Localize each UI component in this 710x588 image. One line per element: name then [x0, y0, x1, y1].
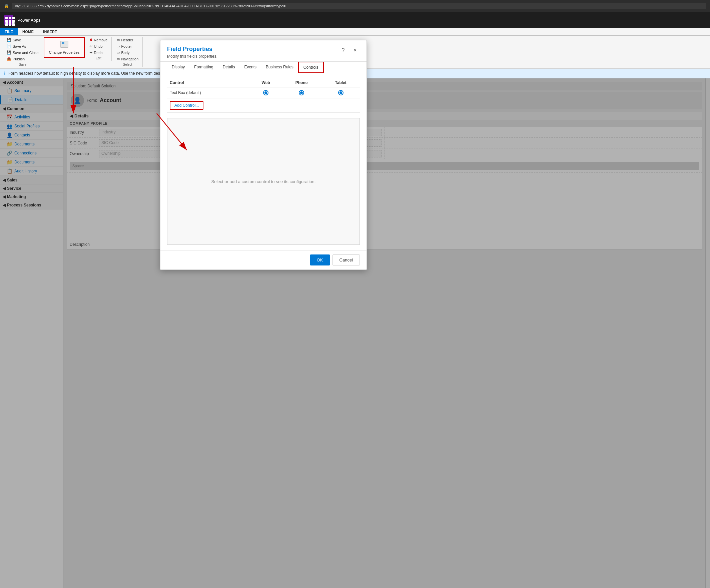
publish-icon: 📤: [7, 57, 11, 61]
modal-tab-details[interactable]: Details: [218, 62, 240, 73]
ribbon-save-group: 💾 Save 📄 Save As 💾 Save and Close 📤 Publ…: [3, 37, 43, 67]
tab-file[interactable]: FILE: [0, 28, 18, 36]
header-icon: ▭: [116, 38, 120, 42]
browser-url[interactable]: org53070833.crm5.dynamics.com/main.aspx?…: [12, 3, 706, 9]
col-phone: Phone: [282, 78, 322, 87]
remove-icon: ✖: [89, 38, 92, 42]
lock-icon: 🔒: [4, 4, 9, 8]
controls-table: Control Web Phone Tablet Text Box (defau…: [167, 78, 360, 113]
change-properties-label: Change Properties: [49, 50, 80, 54]
modal-footer: OK Cancel: [160, 250, 366, 269]
footer-icon: ▭: [116, 44, 120, 48]
modal-body: Control Web Phone Tablet Text Box (defau…: [160, 73, 366, 250]
save-as-icon: 📄: [7, 44, 11, 48]
body-icon: ▭: [116, 50, 120, 55]
svg-rect-0: [61, 41, 68, 48]
modal-tab-business-rules[interactable]: Business Rules: [261, 62, 298, 73]
empty-state-message: Select or add a custom control to see it…: [211, 179, 316, 184]
web-radio[interactable]: [263, 90, 268, 95]
control-name-cell: Text Box (default): [167, 87, 250, 98]
modal-tab-display[interactable]: Display: [167, 62, 189, 73]
add-control-cell: Add Control...: [167, 98, 360, 113]
publish-button[interactable]: 📤 Publish: [5, 56, 41, 62]
modal-header: Field Properties Modify this field's pro…: [160, 40, 366, 62]
add-control-label: Add Control...: [174, 103, 199, 108]
cancel-button[interactable]: Cancel: [332, 255, 360, 265]
save-button[interactable]: 💾 Save: [5, 37, 41, 43]
tablet-radio-cell[interactable]: [322, 87, 360, 98]
edit-group-label: Edit: [87, 56, 110, 61]
tab-insert[interactable]: INSERT: [38, 28, 62, 36]
save-as-button[interactable]: 📄 Save As: [5, 43, 41, 49]
save-group-label: Save: [5, 63, 41, 67]
navigation-icon: ▭: [116, 57, 120, 61]
add-control-button[interactable]: Add Control...: [170, 101, 204, 110]
modal-tab-events[interactable]: Events: [239, 62, 261, 73]
undo-icon: ↩: [89, 44, 92, 48]
modal-tabs: Display Formatting Details Events Busine…: [160, 62, 366, 73]
tablet-radio[interactable]: [338, 90, 344, 95]
modal-subtitle: Modify this field's properties.: [167, 54, 217, 59]
tab-home[interactable]: HOME: [18, 28, 38, 36]
change-properties-icon: [59, 39, 70, 50]
modal-header-actions: ? ×: [338, 46, 360, 55]
navigation-button[interactable]: ▭ Navigation: [114, 56, 140, 62]
browser-bar: 🔒 org53070833.crm5.dynamics.com/main.asp…: [0, 0, 710, 12]
body-button[interactable]: ▭ Body: [114, 50, 140, 55]
redo-icon: ↪: [89, 50, 92, 55]
redo-button[interactable]: ↪ Redo: [87, 50, 110, 55]
field-properties-modal: Field Properties Modify this field's pro…: [160, 40, 367, 270]
info-icon: ℹ: [4, 71, 6, 76]
save-icon: 💾: [7, 38, 11, 42]
custom-control-area: Select or add a custom control to see it…: [167, 118, 360, 245]
table-row: Text Box (default): [167, 87, 360, 98]
ok-button[interactable]: OK: [310, 255, 330, 265]
phone-radio-cell[interactable]: [282, 87, 322, 98]
modal-tab-formatting[interactable]: Formatting: [189, 62, 218, 73]
ribbon-edit-group: ✖ Remove ↩ Undo ↪ Redo Edit: [86, 37, 112, 61]
modal-close-button[interactable]: ×: [351, 46, 360, 55]
svg-rect-1: [62, 42, 64, 44]
save-close-button[interactable]: 💾 Save and Close: [5, 50, 41, 55]
waffle-icon[interactable]: [4, 15, 13, 25]
modal-tab-controls[interactable]: Controls: [298, 62, 324, 73]
col-control: Control: [167, 78, 250, 87]
save-close-icon: 💾: [7, 50, 11, 55]
ribbon-select-group: ▭ Header ▭ Footer ▭ Body ▭ Navigation Se…: [112, 37, 143, 67]
app-title: Power Apps: [17, 18, 40, 23]
undo-button[interactable]: ↩ Undo: [87, 43, 110, 49]
col-tablet: Tablet: [322, 78, 360, 87]
change-properties-group: Change Properties: [44, 37, 85, 58]
add-control-row: Add Control...: [167, 98, 360, 113]
app-header: Power Apps: [0, 12, 710, 28]
modal-help-button[interactable]: ?: [338, 46, 348, 55]
web-radio-cell[interactable]: [250, 87, 282, 98]
ribbon-tabs: FILE HOME INSERT: [0, 28, 710, 36]
col-web: Web: [250, 78, 282, 87]
select-group-label: Select: [114, 63, 140, 67]
phone-radio[interactable]: [299, 90, 304, 95]
header-button[interactable]: ▭ Header: [114, 37, 140, 43]
change-properties-button[interactable]: Change Properties: [47, 38, 82, 56]
info-message: Form headers now default to high density…: [8, 71, 160, 76]
footer-button[interactable]: ▭ Footer: [114, 43, 140, 49]
modal-title: Field Properties: [167, 46, 217, 53]
remove-button[interactable]: ✖ Remove: [87, 37, 110, 43]
